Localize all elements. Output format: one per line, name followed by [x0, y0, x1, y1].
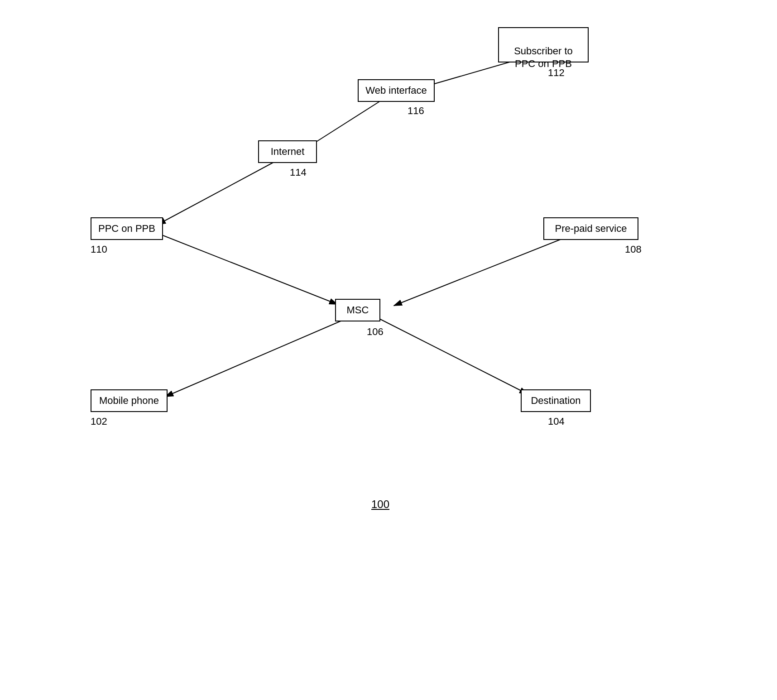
prepaid-label: Pre-paid service — [555, 223, 627, 235]
ppc-ppb-label: PPC on PPB — [98, 223, 155, 235]
destination-number: 104 — [548, 416, 565, 427]
internet-number: 114 — [290, 167, 307, 178]
mobile-phone-number: 102 — [91, 416, 107, 427]
mobile-phone-node: Mobile phone — [91, 389, 168, 412]
diagram-container: Subscriber to PPC on PPB 112 Web interfa… — [0, 0, 777, 700]
svg-line-4 — [394, 239, 561, 306]
mobile-phone-label: Mobile phone — [99, 395, 159, 407]
svg-line-7 — [376, 317, 528, 394]
subscriber-number: 112 — [548, 67, 565, 79]
arrows-svg — [0, 0, 777, 700]
prepaid-number: 108 — [625, 244, 642, 255]
destination-label: Destination — [531, 395, 580, 407]
svg-line-6 — [165, 321, 342, 397]
web-interface-label: Web interface — [365, 85, 427, 96]
figure-label: 100 — [371, 498, 389, 511]
prepaid-node: Pre-paid service — [543, 217, 638, 240]
msc-label: MSC — [347, 304, 369, 316]
ppc-ppb-node: PPC on PPB — [91, 217, 163, 240]
svg-line-5 — [163, 235, 337, 304]
internet-node: Internet — [258, 140, 317, 163]
web-interface-number: 116 — [408, 105, 424, 117]
web-interface-node: Web interface — [358, 79, 435, 102]
msc-node: MSC — [335, 299, 380, 321]
destination-node: Destination — [521, 389, 591, 412]
subscriber-label: Subscriber to PPC on PPB — [514, 45, 573, 70]
internet-label: Internet — [271, 146, 305, 158]
msc-number: 106 — [367, 326, 384, 338]
svg-line-3 — [158, 162, 274, 225]
subscriber-node: Subscriber to PPC on PPB — [498, 27, 589, 62]
ppc-ppb-number: 110 — [91, 244, 107, 255]
